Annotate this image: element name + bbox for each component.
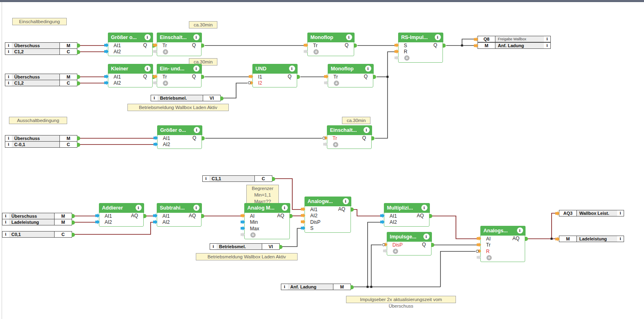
input-terminal-betriebsmel-2[interactable]: iBetriebsmel.VI (210, 243, 280, 250)
output-terminal-q8[interactable]: Q8Freigabe Wallboxi (478, 36, 551, 42)
info-icon[interactable]: i (2, 213, 9, 219)
output-nub[interactable] (429, 214, 432, 218)
output-nub[interactable] (72, 221, 75, 225)
digital-wire[interactable] (222, 83, 248, 98)
expand-parameter-icon[interactable]: + (250, 232, 256, 238)
function-block-impulsgeber[interactable]: Impulsge...iDisP+Q (387, 232, 432, 256)
output-nub[interactable] (350, 285, 354, 289)
function-block-und[interactable]: UNDiI1I2Q (252, 64, 297, 87)
note-ca30min-3[interactable]: ca.30min (342, 117, 370, 124)
info-icon[interactable]: i (203, 176, 209, 181)
info-icon[interactable]: i (5, 142, 12, 147)
info-icon[interactable]: i (544, 43, 550, 48)
output-nub[interactable] (202, 136, 205, 140)
output-nub[interactable] (201, 75, 204, 79)
info-icon[interactable]: i (617, 210, 624, 216)
output-nub[interactable] (525, 237, 528, 241)
output-nub[interactable] (201, 214, 204, 218)
input-terminal-ueberschuss-4[interactable]: iÜberschussM (2, 213, 72, 219)
output-nub[interactable] (354, 44, 357, 48)
input-terminal-c11[interactable]: iC1,1C (202, 175, 272, 182)
info-icon[interactable]: i (5, 49, 12, 55)
info-icon[interactable]: i (5, 135, 12, 141)
function-block-multiplizierer[interactable]: Multiplizi...iAI1AI2AQ (384, 203, 429, 227)
function-block-analogschalter[interactable]: Analogs...iAITrR+AQ (480, 226, 525, 262)
input-terminal-c12-1[interactable]: iC1,2C (5, 48, 77, 55)
function-block-analogwert[interactable]: Analogw...iAI1AI2DisPSAQ (304, 197, 351, 233)
info-icon[interactable]: i (435, 34, 441, 40)
analog-wire[interactable] (352, 210, 380, 216)
expand-parameter-icon[interactable]: + (163, 81, 168, 86)
fbd-canvas[interactable]: Einschaltbedingungca.30minca.30minBetrie… (0, 0, 644, 319)
output-nub[interactable] (201, 44, 204, 48)
input-terminal-betriebsmel-1[interactable]: iBetriebsmel.VI (151, 95, 221, 101)
output-nub[interactable] (272, 177, 275, 181)
input-terminal-c-01[interactable]: iC-0,1C (5, 141, 77, 148)
info-icon[interactable]: i (617, 236, 624, 242)
function-block-groesser-oder-2[interactable]: Größer o...iAI1AI2Q (157, 125, 202, 149)
info-icon[interactable]: i (5, 74, 12, 80)
input-terminal-ueberschuss-3[interactable]: iÜberschussM (5, 135, 77, 142)
info-icon[interactable]: i (145, 34, 151, 40)
function-block-einschalt-1[interactable]: Einschalt...iTr+Q (157, 33, 202, 56)
note-betriebsmeldung-2[interactable]: Betriebsmeldung Wallbox Laden Aktiv (196, 253, 298, 260)
function-block-monoflop-1[interactable]: MonoflopiTr+Q (307, 33, 354, 56)
info-icon[interactable]: i (343, 198, 349, 204)
output-nub[interactable] (77, 143, 80, 147)
info-icon[interactable]: i (421, 205, 427, 211)
analog-wire[interactable] (431, 216, 477, 239)
output-nub[interactable] (289, 214, 293, 218)
info-icon[interactable]: i (282, 205, 288, 211)
expand-parameter-icon[interactable]: + (334, 81, 339, 86)
info-icon[interactable]: i (423, 234, 429, 240)
function-block-subtrahierer[interactable]: Subtrahi...iAI1AI2AQ (157, 203, 202, 227)
note-ausschaltbedingung[interactable]: Ausschaltbedingung (9, 117, 67, 124)
input-terminal-ueberschuss-1[interactable]: iÜberschussM (5, 42, 77, 49)
note-betriebsmeldung-1[interactable]: Betriebsmeldung Wallbox Laden Aktiv (127, 104, 229, 111)
function-block-analog-m[interactable]: Analog M...iAIMinMax+AQ (244, 203, 290, 239)
info-icon[interactable]: i (193, 66, 199, 72)
function-block-addierer[interactable]: AddiereriAI1AI2AQ (99, 203, 144, 227)
output-terminal-m-anf-ladung[interactable]: MAnf. Ladungi (478, 42, 551, 49)
output-nub[interactable] (371, 136, 375, 140)
info-icon[interactable]: i (365, 66, 371, 72)
digital-wire[interactable] (462, 39, 474, 46)
info-icon[interactable]: i (5, 43, 12, 48)
output-nub[interactable] (72, 233, 75, 237)
expand-parameter-icon[interactable]: + (313, 49, 319, 55)
digital-wire[interactable] (375, 52, 394, 138)
output-nub[interactable] (220, 96, 223, 101)
function-block-monoflop-2[interactable]: MonoflopiTr+Q (328, 64, 373, 87)
output-terminal-m-ladeleistung[interactable]: MLadeleistungi (559, 236, 624, 242)
input-terminal-c01[interactable]: iC0,1C (2, 231, 72, 238)
info-icon[interactable]: i (151, 95, 158, 101)
output-nub[interactable] (297, 75, 300, 79)
expand-parameter-icon[interactable]: + (163, 49, 168, 55)
input-terminal-anf-ladung[interactable]: iAnf. LadungM (281, 284, 351, 290)
function-block-groesser-oder-1[interactable]: Größer o...iAI1AI2Q (108, 33, 153, 56)
output-nub[interactable] (279, 245, 283, 249)
input-terminal-c12-2[interactable]: iC1,2C (5, 80, 77, 86)
note-impulsgeber-hinweis[interactable]: Impulgseber 2x aktualisierungszeit vom Ü… (346, 296, 456, 303)
info-icon[interactable]: i (289, 66, 295, 72)
info-icon[interactable]: i (2, 232, 9, 237)
function-block-kleiner[interactable]: KleineriAI1AI2Q (108, 64, 153, 87)
function-block-rs-impulsrelais[interactable]: RS-Impul...iSR+Q (398, 33, 443, 63)
output-nub[interactable] (373, 75, 376, 79)
info-icon[interactable]: i (364, 127, 370, 133)
note-begrenzer[interactable]: Begrenzer Min=1,1 Max=?? (246, 185, 279, 205)
function-block-einschalt-2[interactable]: Einschalt...iTr+Q (327, 125, 372, 149)
expand-parameter-icon[interactable]: + (393, 249, 398, 254)
output-nub[interactable] (143, 214, 147, 218)
output-nub[interactable] (350, 208, 354, 212)
expand-parameter-icon[interactable]: + (404, 55, 410, 61)
info-icon[interactable]: i (136, 205, 142, 211)
info-icon[interactable]: i (194, 127, 200, 133)
input-terminal-ladeleistung[interactable]: iLadeleistungM (2, 219, 72, 225)
output-nub[interactable] (431, 243, 434, 247)
info-icon[interactable]: i (544, 36, 550, 42)
info-icon[interactable]: i (193, 34, 199, 40)
info-icon[interactable]: i (210, 244, 217, 249)
digital-wire[interactable] (371, 245, 382, 287)
output-nub[interactable] (77, 50, 80, 54)
